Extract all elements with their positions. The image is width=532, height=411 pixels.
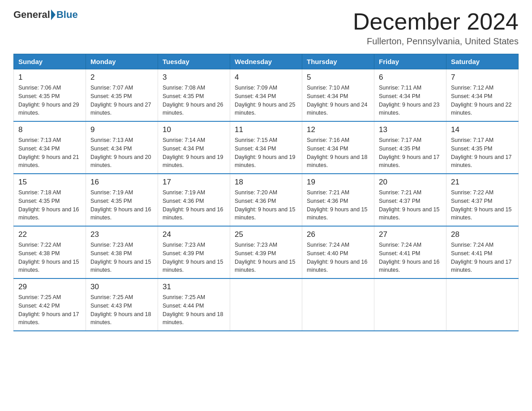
day-info: Sunrise: 7:24 AMSunset: 4:41 PMDaylight:… [451, 242, 512, 273]
location-subtitle: Fullerton, Pennsylvania, United States [353, 36, 519, 47]
calendar-day-cell: 1 Sunrise: 7:06 AMSunset: 4:35 PMDayligh… [14, 69, 86, 122]
day-info: Sunrise: 7:12 AMSunset: 4:34 PMDaylight:… [451, 85, 512, 116]
calendar-day-cell: 11 Sunrise: 7:15 AMSunset: 4:34 PMDaylig… [230, 121, 302, 174]
calendar-week-row: 29 Sunrise: 7:25 AMSunset: 4:42 PMDaylig… [14, 278, 519, 331]
calendar-day-cell [446, 278, 519, 331]
day-number: 23 [90, 230, 153, 239]
day-of-week-header: Monday [86, 54, 158, 69]
day-of-week-header: Saturday [446, 54, 519, 69]
day-info: Sunrise: 7:11 AMSunset: 4:34 PMDaylight:… [379, 85, 440, 116]
calendar-day-cell: 28 Sunrise: 7:24 AMSunset: 4:41 PMDaylig… [446, 226, 519, 278]
day-info: Sunrise: 7:25 AMSunset: 4:44 PMDaylight:… [163, 294, 223, 325]
day-info: Sunrise: 7:25 AMSunset: 4:42 PMDaylight:… [18, 294, 79, 325]
day-info: Sunrise: 7:19 AMSunset: 4:35 PMDaylight:… [90, 189, 151, 221]
day-of-week-header: Tuesday [158, 54, 230, 69]
day-number: 28 [451, 230, 514, 239]
calendar-week-row: 15 Sunrise: 7:18 AMSunset: 4:35 PMDaylig… [14, 174, 519, 226]
calendar-day-cell: 12 Sunrise: 7:16 AMSunset: 4:34 PMDaylig… [302, 121, 374, 174]
day-info: Sunrise: 7:17 AMSunset: 4:35 PMDaylight:… [379, 137, 440, 168]
calendar-day-cell: 31 Sunrise: 7:25 AMSunset: 4:44 PMDaylig… [158, 278, 230, 331]
logo-general-text: General [13, 9, 50, 21]
day-number: 7 [451, 73, 514, 82]
calendar-day-cell: 13 Sunrise: 7:17 AMSunset: 4:35 PMDaylig… [374, 121, 446, 174]
calendar-day-cell: 26 Sunrise: 7:24 AMSunset: 4:40 PMDaylig… [302, 226, 374, 278]
day-info: Sunrise: 7:08 AMSunset: 4:35 PMDaylight:… [163, 85, 223, 116]
calendar-day-cell: 17 Sunrise: 7:19 AMSunset: 4:36 PMDaylig… [158, 174, 230, 226]
page-header: General Blue December 2024 Fullerton, Pe… [13, 9, 519, 47]
day-number: 9 [90, 125, 153, 134]
calendar-day-cell: 20 Sunrise: 7:21 AMSunset: 4:37 PMDaylig… [374, 174, 446, 226]
day-of-week-header: Wednesday [230, 54, 302, 69]
calendar-day-cell: 14 Sunrise: 7:17 AMSunset: 4:35 PMDaylig… [446, 121, 519, 174]
day-number: 12 [307, 125, 369, 134]
day-info: Sunrise: 7:24 AMSunset: 4:41 PMDaylight:… [379, 242, 440, 273]
day-number: 3 [163, 73, 225, 82]
day-of-week-header: Sunday [14, 54, 86, 69]
day-number: 6 [379, 73, 442, 82]
day-number: 13 [379, 125, 442, 134]
day-of-week-header: Friday [374, 54, 446, 69]
day-number: 29 [18, 283, 81, 291]
day-info: Sunrise: 7:06 AMSunset: 4:35 PMDaylight:… [18, 85, 79, 116]
day-number: 11 [235, 125, 297, 134]
calendar-day-cell: 29 Sunrise: 7:25 AMSunset: 4:42 PMDaylig… [14, 278, 86, 331]
calendar-day-cell: 3 Sunrise: 7:08 AMSunset: 4:35 PMDayligh… [158, 69, 230, 122]
day-info: Sunrise: 7:22 AMSunset: 4:38 PMDaylight:… [18, 242, 79, 273]
day-info: Sunrise: 7:24 AMSunset: 4:40 PMDaylight:… [307, 242, 368, 273]
calendar-day-cell: 4 Sunrise: 7:09 AMSunset: 4:34 PMDayligh… [230, 69, 302, 122]
day-info: Sunrise: 7:20 AMSunset: 4:36 PMDaylight:… [235, 189, 296, 221]
logo: General Blue [13, 9, 78, 21]
calendar-day-cell [302, 278, 374, 331]
calendar-day-cell: 5 Sunrise: 7:10 AMSunset: 4:34 PMDayligh… [302, 69, 374, 122]
day-info: Sunrise: 7:21 AMSunset: 4:37 PMDaylight:… [379, 189, 440, 221]
day-number: 14 [451, 125, 514, 134]
calendar-day-cell: 19 Sunrise: 7:21 AMSunset: 4:36 PMDaylig… [302, 174, 374, 226]
day-info: Sunrise: 7:21 AMSunset: 4:36 PMDaylight:… [307, 189, 368, 221]
calendar-table: SundayMondayTuesdayWednesdayThursdayFrid… [13, 54, 519, 331]
calendar-day-cell: 23 Sunrise: 7:23 AMSunset: 4:38 PMDaylig… [86, 226, 158, 278]
calendar-day-cell: 10 Sunrise: 7:14 AMSunset: 4:34 PMDaylig… [158, 121, 230, 174]
calendar-day-cell: 7 Sunrise: 7:12 AMSunset: 4:34 PMDayligh… [446, 69, 519, 122]
calendar-day-cell: 9 Sunrise: 7:13 AMSunset: 4:34 PMDayligh… [86, 121, 158, 174]
calendar-week-row: 8 Sunrise: 7:13 AMSunset: 4:34 PMDayligh… [14, 121, 519, 174]
day-info: Sunrise: 7:19 AMSunset: 4:36 PMDaylight:… [163, 189, 223, 221]
day-number: 21 [451, 178, 514, 187]
day-number: 2 [90, 73, 153, 82]
day-info: Sunrise: 7:09 AMSunset: 4:34 PMDaylight:… [235, 85, 296, 116]
calendar-day-cell: 30 Sunrise: 7:25 AMSunset: 4:43 PMDaylig… [86, 278, 158, 331]
day-number: 10 [163, 125, 225, 134]
day-number: 1 [18, 73, 81, 82]
day-info: Sunrise: 7:23 AMSunset: 4:38 PMDaylight:… [90, 242, 151, 273]
day-number: 26 [307, 230, 369, 239]
calendar-day-cell: 25 Sunrise: 7:23 AMSunset: 4:39 PMDaylig… [230, 226, 302, 278]
calendar-day-cell: 15 Sunrise: 7:18 AMSunset: 4:35 PMDaylig… [14, 174, 86, 226]
day-number: 4 [235, 73, 297, 82]
day-info: Sunrise: 7:18 AMSunset: 4:35 PMDaylight:… [18, 189, 79, 221]
calendar-day-cell: 6 Sunrise: 7:11 AMSunset: 4:34 PMDayligh… [374, 69, 446, 122]
day-number: 22 [18, 230, 81, 239]
calendar-day-cell: 21 Sunrise: 7:22 AMSunset: 4:37 PMDaylig… [446, 174, 519, 226]
day-number: 27 [379, 230, 442, 239]
calendar-day-cell: 2 Sunrise: 7:07 AMSunset: 4:35 PMDayligh… [86, 69, 158, 122]
day-info: Sunrise: 7:14 AMSunset: 4:34 PMDaylight:… [163, 137, 223, 168]
logo-blue-text: Blue [56, 9, 78, 21]
day-number: 5 [307, 73, 369, 82]
calendar-day-cell: 24 Sunrise: 7:23 AMSunset: 4:39 PMDaylig… [158, 226, 230, 278]
calendar-day-cell: 8 Sunrise: 7:13 AMSunset: 4:34 PMDayligh… [14, 121, 86, 174]
day-info: Sunrise: 7:25 AMSunset: 4:43 PMDaylight:… [90, 294, 151, 325]
day-number: 8 [18, 125, 81, 134]
calendar-day-cell [230, 278, 302, 331]
day-number: 30 [90, 283, 153, 291]
day-number: 17 [163, 178, 225, 187]
calendar-week-row: 22 Sunrise: 7:22 AMSunset: 4:38 PMDaylig… [14, 226, 519, 278]
day-number: 19 [307, 178, 369, 187]
calendar-day-cell: 18 Sunrise: 7:20 AMSunset: 4:36 PMDaylig… [230, 174, 302, 226]
day-info: Sunrise: 7:23 AMSunset: 4:39 PMDaylight:… [163, 242, 223, 273]
day-number: 18 [235, 178, 297, 187]
day-info: Sunrise: 7:16 AMSunset: 4:34 PMDaylight:… [307, 137, 368, 168]
day-info: Sunrise: 7:13 AMSunset: 4:34 PMDaylight:… [90, 137, 151, 168]
calendar-header-row: SundayMondayTuesdayWednesdayThursdayFrid… [14, 54, 519, 69]
day-number: 15 [18, 178, 81, 187]
calendar-day-cell: 22 Sunrise: 7:22 AMSunset: 4:38 PMDaylig… [14, 226, 86, 278]
day-info: Sunrise: 7:17 AMSunset: 4:35 PMDaylight:… [451, 137, 512, 168]
